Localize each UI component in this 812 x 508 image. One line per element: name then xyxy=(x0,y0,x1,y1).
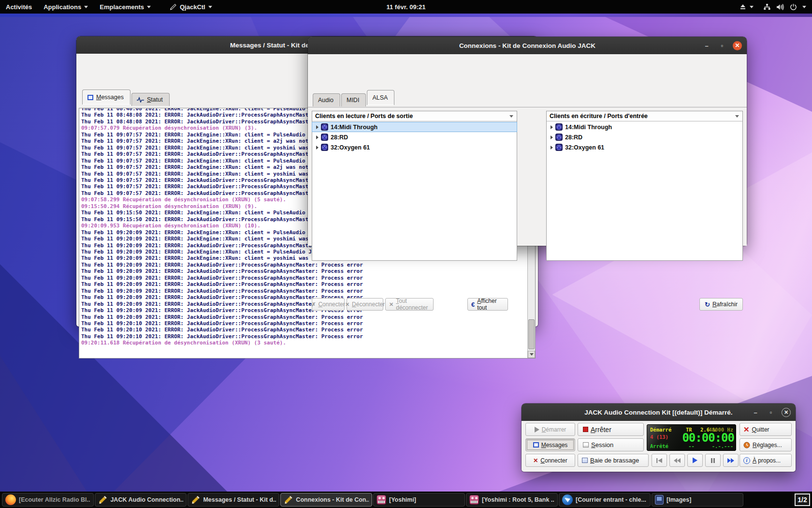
maximize-button[interactable]: ▫ xyxy=(766,407,776,417)
connections-titlebar[interactable]: Connexions - Kit de Connexion Audio JACK… xyxy=(308,37,747,54)
stop-button[interactable]: Arrêter xyxy=(578,423,644,436)
writable-clients-header[interactable]: Clients en écriture / Ports d'entrée xyxy=(547,111,742,121)
transport-play-button[interactable] xyxy=(687,454,703,467)
activities-menu[interactable]: Activités xyxy=(0,0,38,14)
messages-label: Messages xyxy=(541,442,568,448)
qjackctl-pencil-icon xyxy=(191,495,200,505)
qjackctl-pencil-icon xyxy=(284,495,293,505)
expander-icon[interactable] xyxy=(551,146,553,149)
log-line: Thu Feb 11 09:20:09 2021: ERROR: JackAud… xyxy=(81,314,527,320)
client-row[interactable]: 14:Midi Through xyxy=(547,122,742,132)
disconnect-label: Déconnecter xyxy=(352,301,385,308)
transport-pause-button[interactable] xyxy=(705,454,721,467)
pause-icon xyxy=(710,458,715,463)
transport-rewind-button[interactable] xyxy=(669,454,685,467)
expander-icon[interactable] xyxy=(551,135,553,139)
status-waveform-icon xyxy=(137,97,144,103)
client-row[interactable]: 14:Midi Through xyxy=(312,122,517,132)
taskbar-window-button[interactable]: Connexions - Kit de Con... xyxy=(280,493,372,507)
tab-audio[interactable]: Audio xyxy=(313,93,340,106)
client-label: 28:RD xyxy=(565,134,582,141)
tab-messages[interactable]: Messages xyxy=(82,90,130,105)
places-menu[interactable]: Emplacements xyxy=(94,0,157,14)
minimize-button[interactable]: – xyxy=(702,41,711,50)
connections-window-title: Connexions - Kit de Connexion Audio JACK xyxy=(459,42,595,49)
sort-arrow-icon xyxy=(509,115,513,118)
expander-icon[interactable] xyxy=(316,125,319,129)
tab-alsa[interactable]: ALSA xyxy=(367,90,394,105)
patchbay-button[interactable]: Baie de brassage xyxy=(578,454,649,467)
client-label: 14:Midi Through xyxy=(331,124,377,131)
expander-icon[interactable] xyxy=(316,146,319,149)
connect-button[interactable]: ✗ Connecter xyxy=(312,298,345,311)
volume-icon xyxy=(776,3,784,11)
chevron-down-icon xyxy=(208,6,212,8)
messages-tab-bar: Messages Statut xyxy=(82,90,171,105)
minimize-button[interactable]: – xyxy=(751,407,760,417)
connections-window: Connexions - Kit de Connexion Audio JACK… xyxy=(308,37,747,246)
scroll-down-button[interactable] xyxy=(528,351,535,358)
workspace-pager[interactable]: 1/2 xyxy=(795,493,810,506)
scrollbar-thumb[interactable] xyxy=(528,319,535,349)
disconnect-button[interactable]: ✕ Déconnecter xyxy=(347,298,383,311)
tab-midi-label: MIDI xyxy=(347,97,359,104)
yoshimi-icon xyxy=(377,495,386,505)
play-icon xyxy=(692,457,698,463)
client-row[interactable]: 32:Oxygen 61 xyxy=(547,143,742,152)
arrow-down-icon xyxy=(530,353,534,356)
close-button[interactable]: ✕ xyxy=(782,408,791,417)
taskbar-window-button[interactable]: JACK Audio Connection... xyxy=(95,493,187,507)
connect-button-main[interactable]: ✕ Connecter xyxy=(525,454,575,467)
qjackctl-appmenu[interactable]: QjackCtl xyxy=(163,0,218,14)
taskbar-window-button[interactable]: [Images] xyxy=(652,493,743,507)
expander-icon[interactable] xyxy=(316,135,319,139)
client-row[interactable]: 28:RD xyxy=(312,133,517,142)
expander-icon[interactable] xyxy=(551,125,553,129)
client-row[interactable]: 32:Oxygen 61 xyxy=(312,143,517,152)
taskbar-window-button[interactable]: [Yoshimi] xyxy=(373,493,465,507)
tab-audio-label: Audio xyxy=(318,97,334,104)
expand-all-button[interactable]: € Afficher tout xyxy=(467,298,508,311)
removable-media-menu[interactable] xyxy=(738,0,755,14)
taskbar-window-button[interactable]: [Courrier entrant - chle... xyxy=(559,493,651,507)
close-button[interactable]: ✕ xyxy=(733,41,742,50)
patchbay-label: Baie de brassage xyxy=(590,457,639,464)
chevron-down-icon xyxy=(750,6,754,8)
midi-client-icon xyxy=(321,144,328,151)
disconnect-all-button[interactable]: ✕ Tout déconnecter xyxy=(385,298,434,311)
writable-clients-header-label: Clients en écriture / Ports d'entrée xyxy=(550,113,648,120)
main-titlebar[interactable]: JACK Audio Connection Kit [(default)] Dé… xyxy=(522,403,796,421)
readable-clients-header[interactable]: Clients en lecture / Ports de sortie xyxy=(312,111,517,121)
maximize-button[interactable]: ▫ xyxy=(717,41,727,50)
messages-button[interactable]: Messages xyxy=(525,438,575,451)
system-tray xyxy=(738,0,809,14)
about-button[interactable]: i À propos... xyxy=(740,454,792,467)
gnome-top-bar: Activités Applications Emplacements Qjac… xyxy=(0,0,812,14)
transport-forward-button[interactable] xyxy=(723,454,739,467)
power-icon xyxy=(790,3,797,11)
client-row[interactable]: 28:RD xyxy=(547,133,742,142)
clock[interactable]: 11 févr. 09:21 xyxy=(387,3,426,11)
transport-state: Arrêté xyxy=(650,443,668,449)
quit-button[interactable]: ✕ Quitter xyxy=(740,423,792,436)
taskbar-window-button[interactable]: [Yoshimi : Root 5, Bank ... xyxy=(466,493,558,507)
status-display: Démarré TR 2.6 % 48000 Hz 4 (13) 00:00:0… xyxy=(647,424,736,451)
start-button[interactable]: Démarrer xyxy=(525,423,575,436)
tab-status[interactable]: Statut xyxy=(131,93,170,106)
taskbar-window-label: Messages / Statut - Kit d... xyxy=(203,496,276,503)
midi-client-icon xyxy=(321,123,328,131)
settings-button[interactable]: Réglages... xyxy=(740,438,792,451)
tab-midi[interactable]: MIDI xyxy=(341,93,366,106)
taskbar-window-button[interactable]: Messages / Statut - Kit d... xyxy=(188,493,279,507)
refresh-button[interactable]: ↻ Rafraîchir xyxy=(699,298,743,311)
tab-alsa-label: ALSA xyxy=(372,94,388,101)
system-status-menu[interactable] xyxy=(760,0,809,14)
transport-rewind-start-button[interactable] xyxy=(652,454,667,467)
taskbar-window-button[interactable]: [Ecouter Allzic Radio Bl... xyxy=(2,493,94,507)
quit-label: Quitter xyxy=(752,426,769,433)
taskbar-window-label: [Ecouter Allzic Radio Bl... xyxy=(19,496,90,503)
window-list-taskbar: [Ecouter Allzic Radio Bl...JACK Audio Co… xyxy=(0,492,812,508)
session-button[interactable]: Session xyxy=(578,438,644,451)
applications-menu[interactable]: Applications xyxy=(38,0,94,14)
start-label: Démarrer xyxy=(542,426,566,433)
